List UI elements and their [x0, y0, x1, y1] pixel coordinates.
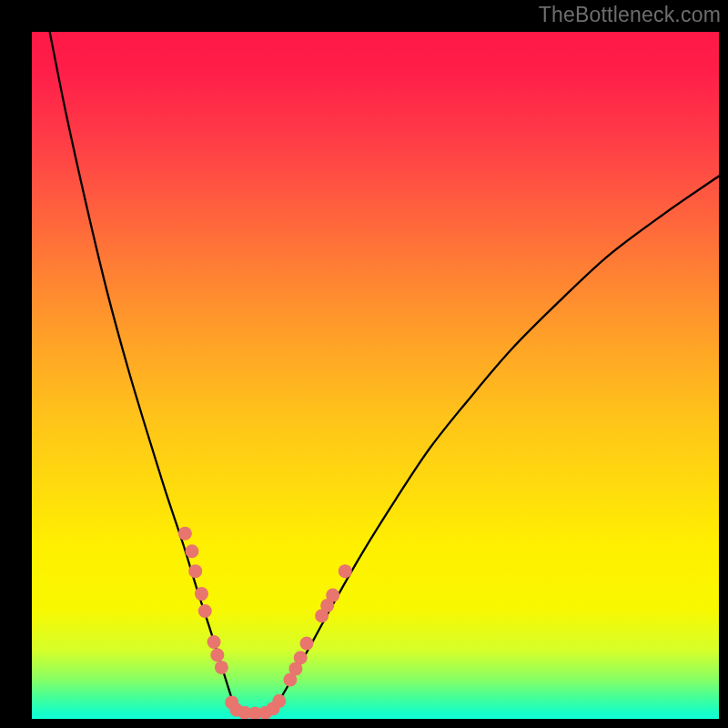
highlight-dot — [210, 648, 224, 662]
highlight-dot — [198, 604, 212, 618]
highlight-dot — [294, 651, 308, 664]
highlight-dot — [272, 694, 286, 708]
chart-svg — [32, 32, 719, 719]
highlight-dot — [326, 589, 339, 602]
chart-frame: TheBottleneck.com — [0, 0, 728, 728]
highlight-dot — [178, 527, 192, 541]
curve-group — [50, 32, 719, 714]
highlight-dot — [207, 635, 221, 649]
highlight-dot — [195, 587, 208, 601]
dot-group — [178, 527, 352, 719]
plot-background — [32, 32, 719, 719]
curve-right-branch — [274, 177, 719, 708]
highlight-dot — [339, 564, 352, 578]
highlight-dot — [215, 661, 228, 674]
highlight-dot — [300, 636, 314, 650]
highlight-dot — [185, 544, 198, 558]
highlight-dot — [188, 564, 202, 578]
watermark-text: TheBottleneck.com — [539, 3, 721, 27]
